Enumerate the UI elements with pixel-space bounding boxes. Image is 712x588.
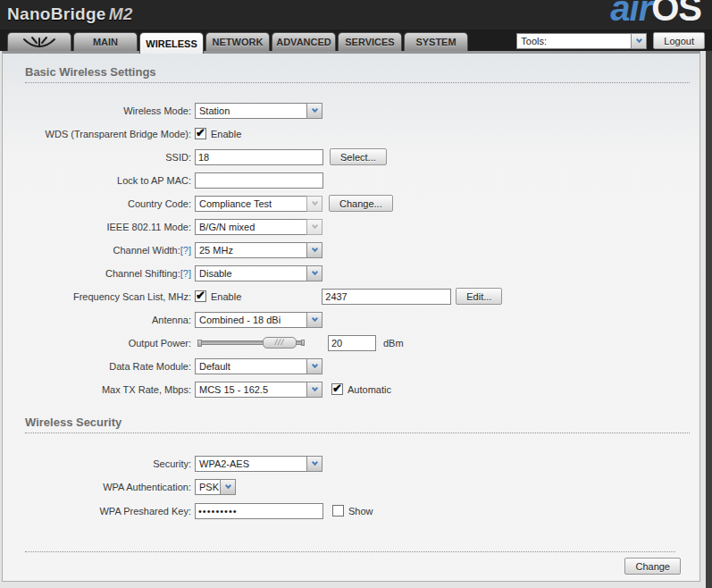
tab-main-label: MAIN xyxy=(93,37,118,47)
change-button[interactable]: Change xyxy=(624,558,681,575)
wds-enable-label: Enable xyxy=(211,129,241,139)
tab-main[interactable]: MAIN xyxy=(73,32,138,51)
output-power-slider[interactable]: /// xyxy=(197,336,305,349)
country-code-change-button[interactable]: Change... xyxy=(329,195,393,212)
tools-select-value: Tools: xyxy=(516,33,631,49)
wpa-key-row: WPA Preshared Key: Show xyxy=(3,502,699,519)
chevron-down-icon xyxy=(311,222,317,228)
chevron-down-icon xyxy=(311,315,317,321)
output-power-unit: dBm xyxy=(383,338,404,349)
tab-advanced[interactable]: ADVANCED xyxy=(272,32,336,51)
lock-ap-mac-row: Lock to AP MAC: xyxy=(3,172,699,189)
output-power-row: Output Power: /// dBm xyxy=(3,334,699,351)
airos-logo-os: OS xyxy=(651,0,701,28)
basic-wireless-settings-title: Basic Wireless Settings xyxy=(25,65,690,83)
output-power-input[interactable] xyxy=(328,335,376,351)
basic-wireless-form: Wireless Mode: Station WDS (Transparent … xyxy=(3,102,699,398)
logout-button[interactable]: Logout xyxy=(653,32,705,49)
product-name: NanoBridge xyxy=(7,4,106,23)
max-tx-rate-select[interactable]: MCS 15 - 162.5 xyxy=(195,382,322,398)
tab-network-label: NETWORK xyxy=(213,37,264,47)
wpa-auth-select-arrow[interactable] xyxy=(220,479,236,495)
tab-network[interactable]: NETWORK xyxy=(205,32,270,51)
show-key-checkbox[interactable] xyxy=(332,505,344,517)
channel-width-select[interactable]: 25 MHz xyxy=(195,242,322,258)
channel-shifting-row: Channel Shifting:[?] Disable xyxy=(3,265,699,281)
wds-enable-checkbox[interactable] xyxy=(195,128,206,139)
slider-handle[interactable]: /// xyxy=(263,337,297,349)
output-power-label: Output Power: xyxy=(3,338,191,349)
channel-width-select-arrow[interactable] xyxy=(306,242,322,258)
chevron-down-icon xyxy=(224,482,230,488)
wpa-key-label: WPA Preshared Key: xyxy=(3,506,191,517)
max-tx-rate-select-arrow[interactable] xyxy=(306,382,322,398)
channel-width-label: Channel Width:[?] xyxy=(3,245,191,256)
footer-actions: Change xyxy=(3,558,681,575)
channel-width-label-text: Channel Width: xyxy=(113,245,180,256)
chevron-down-icon xyxy=(311,384,317,391)
security-row: Security: WPA2-AES xyxy=(3,455,699,472)
security-value: WPA2-AES xyxy=(195,456,306,472)
ssid-select-button[interactable]: Select... xyxy=(330,148,387,165)
tab-home-logo[interactable] xyxy=(7,32,71,51)
tools-select-arrow[interactable] xyxy=(631,33,647,49)
country-code-value: Compliance Test xyxy=(195,196,306,212)
data-rate-module-label: Data Rate Module: xyxy=(3,361,191,372)
freq-scan-enable-checkbox[interactable] xyxy=(195,290,206,302)
wireless-mode-select[interactable]: Station xyxy=(195,103,322,119)
slider-grip-icon: /// xyxy=(275,339,285,347)
page-background: Basic Wireless Settings Wireless Mode: S… xyxy=(0,51,706,588)
max-tx-rate-label: Max TX Rate, Mbps: xyxy=(3,384,191,395)
data-rate-module-select-arrow[interactable] xyxy=(306,358,322,374)
chevron-down-icon xyxy=(311,245,317,251)
ssid-input[interactable] xyxy=(195,149,323,165)
data-rate-module-value: Default xyxy=(195,358,306,374)
antenna-select[interactable]: Combined - 18 dBi xyxy=(195,312,322,328)
ieee-mode-value: B/G/N mixed xyxy=(195,219,306,235)
wpa-auth-select[interactable]: PSK xyxy=(195,479,236,495)
country-code-label: Country Code: xyxy=(3,198,191,209)
channel-shifting-help-link[interactable]: [?] xyxy=(180,268,191,279)
freq-scan-edit-button[interactable]: Edit... xyxy=(456,288,502,305)
freq-scan-list-input[interactable] xyxy=(322,289,451,305)
wireless-mode-select-arrow[interactable] xyxy=(306,103,322,119)
channel-width-row: Channel Width:[?] 25 MHz xyxy=(3,241,699,258)
tab-system[interactable]: SYSTEM xyxy=(404,32,468,51)
footer-separator xyxy=(25,551,675,552)
automatic-checkbox[interactable] xyxy=(331,383,343,395)
tools-select[interactable]: Tools: xyxy=(516,33,647,49)
wireless-security-form: Security: WPA2-AES WPA Authentication: P… xyxy=(3,455,699,519)
wireless-mode-row: Wireless Mode: Station xyxy=(3,102,699,119)
chevron-down-icon xyxy=(311,105,317,112)
tab-wireless[interactable]: WIRELESS xyxy=(139,32,204,54)
chevron-down-icon xyxy=(636,36,642,42)
product-title: NanoBridgeM2 xyxy=(7,4,133,24)
channel-width-help-link[interactable]: [?] xyxy=(180,245,191,256)
country-code-select-arrow xyxy=(306,196,322,212)
security-select[interactable]: WPA2-AES xyxy=(195,456,322,472)
wireless-security-title: Wireless Security xyxy=(25,416,690,433)
tab-wireless-label: WIRELESS xyxy=(146,38,197,49)
channel-shifting-select[interactable]: Disable xyxy=(195,265,322,281)
ieee-mode-select: B/G/N mixed xyxy=(195,219,322,235)
tab-system-label: SYSTEM xyxy=(415,37,456,47)
slider-right-cap xyxy=(301,340,305,346)
lock-ap-mac-input[interactable] xyxy=(195,172,323,189)
automatic-label: Automatic xyxy=(348,384,391,395)
tab-services[interactable]: SERVICES xyxy=(338,32,402,51)
antenna-select-arrow[interactable] xyxy=(306,312,322,328)
antenna-label: Antenna: xyxy=(3,315,191,325)
chevron-down-icon xyxy=(311,361,317,367)
ssid-row: SSID: Select... xyxy=(3,148,699,165)
country-code-row: Country Code: Compliance Test Change... xyxy=(3,195,699,212)
main-nav: MAIN WIRELESS NETWORK ADVANCED SERVICES … xyxy=(0,29,712,51)
product-model: M2 xyxy=(109,4,133,23)
wireless-mode-label: Wireless Mode: xyxy=(3,105,191,116)
data-rate-module-select[interactable]: Default xyxy=(195,358,322,374)
wpa-preshared-key-input[interactable] xyxy=(195,503,323,519)
channel-shifting-select-arrow[interactable] xyxy=(306,265,322,281)
ieee-mode-row: IEEE 802.11 Mode: B/G/N mixed xyxy=(3,218,699,235)
antenna-row: Antenna: Combined - 18 dBi xyxy=(3,311,699,328)
security-select-arrow[interactable] xyxy=(306,456,322,472)
max-tx-rate-value: MCS 15 - 162.5 xyxy=(195,382,306,398)
